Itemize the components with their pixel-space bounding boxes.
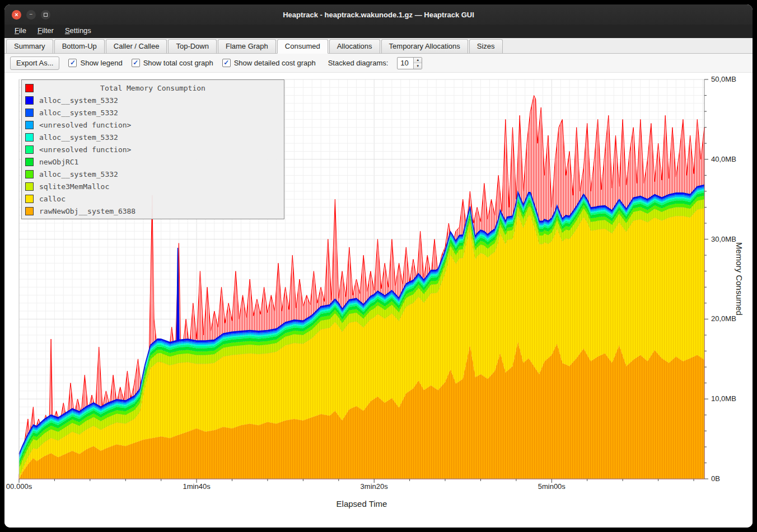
- legend-swatch: [25, 96, 34, 105]
- y-tick-label: 20,0MB: [711, 314, 736, 323]
- x-tick-label: 3min20s: [361, 482, 388, 491]
- y-tick-label: 0B: [711, 474, 720, 483]
- y-tick-label: 40,0MB: [711, 155, 736, 163]
- tab-consumed[interactable]: Consumed: [277, 39, 328, 54]
- legend-swatch: [25, 145, 34, 154]
- menubar: File Filter Settings: [4, 25, 753, 38]
- x-tick-label: 00.000s: [6, 482, 32, 491]
- legend-item: calloc: [24, 192, 282, 205]
- stacked-diagrams-spinbox[interactable]: 10 ▲ ▼: [397, 57, 422, 69]
- legend-swatch: [25, 109, 34, 117]
- legend-item: rawNewObj__system_6388: [24, 205, 282, 217]
- tab-summary[interactable]: Summary: [6, 39, 53, 54]
- menu-settings[interactable]: Settings: [59, 25, 97, 38]
- checkbox-label: Show detailed cost graph: [234, 59, 316, 67]
- legend-swatch: [25, 170, 34, 178]
- legend-label: alloc__system_5332: [39, 109, 118, 117]
- checkbox-label: Show legend: [80, 59, 122, 67]
- x-tick-label: 1min40s: [183, 482, 211, 491]
- tab-flame-graph[interactable]: Flame Graph: [218, 39, 276, 54]
- checkbox-show-total-cost-graph[interactable]: ✓ Show total cost graph: [132, 59, 213, 67]
- heaptrack-window: × − Heaptrack - heaptrack.wakunode.1.gz …: [4, 4, 753, 528]
- tab-sizes[interactable]: Sizes: [469, 39, 503, 54]
- tab-caller-callee[interactable]: Caller / Callee: [106, 39, 167, 54]
- maximize-button[interactable]: [41, 10, 50, 20]
- tab-top-down[interactable]: Top-Down: [168, 39, 217, 54]
- legend-item: newObjRC1: [24, 156, 282, 168]
- checkbox-show-legend[interactable]: ✓ Show legend: [68, 59, 122, 67]
- tab-temporary-allocations[interactable]: Temporary Allocations: [381, 39, 468, 54]
- checkbox-box[interactable]: ✓: [68, 59, 77, 67]
- window-controls: × −: [12, 4, 50, 25]
- minimize-button[interactable]: −: [26, 10, 36, 20]
- window-title: Heaptrack - heaptrack.wakunode.1.gz — He…: [283, 11, 474, 19]
- legend-label: <unresolved function>: [39, 145, 131, 154]
- legend-label: sqlite3MemMalloc: [39, 182, 109, 191]
- desktop-frame: × − Heaptrack - heaptrack.wakunode.1.gz …: [0, 0, 757, 532]
- menu-filter[interactable]: Filter: [32, 25, 59, 38]
- legend-label: calloc: [39, 195, 66, 203]
- legend-label: rawNewObj__system_6388: [39, 207, 135, 215]
- legend-swatch: [25, 121, 34, 129]
- legend-title: Total Memory Consumption: [24, 84, 282, 92]
- tabbar: Summary Bottom-Up Caller / Callee Top-Do…: [4, 38, 753, 54]
- legend-item: <unresolved function>: [24, 143, 282, 156]
- tab-allocations[interactable]: Allocations: [329, 39, 380, 54]
- legend-label: alloc__system_5332: [39, 133, 118, 142]
- legend-swatch: [25, 158, 34, 166]
- titlebar[interactable]: × − Heaptrack - heaptrack.wakunode.1.gz …: [4, 4, 753, 25]
- legend-swatch: [25, 195, 34, 203]
- checkbox-show-detailed-cost-graph[interactable]: ✓ Show detailed cost graph: [222, 59, 316, 67]
- x-axis-title: Elapsed Time: [19, 499, 704, 509]
- legend-item: <unresolved function>: [24, 119, 282, 131]
- legend-label: <unresolved function>: [39, 121, 131, 129]
- tab-bottom-up[interactable]: Bottom-Up: [54, 39, 105, 54]
- y-axis-title: Memory Consumed: [735, 240, 744, 318]
- y-tick-label: 30,0MB: [711, 235, 736, 243]
- spinner-down-icon[interactable]: ▼: [414, 63, 422, 69]
- stacked-diagrams-label: Stacked diagrams:: [328, 59, 389, 67]
- legend-item: alloc__system_5332: [24, 131, 282, 143]
- close-button[interactable]: ×: [12, 10, 21, 20]
- y-tick-label: 10,0MB: [711, 394, 736, 403]
- legend-swatch: [25, 207, 34, 215]
- y-tick-label: 50,0MB: [711, 75, 736, 83]
- legend-item: alloc__system_5332: [24, 106, 282, 119]
- export-as-button[interactable]: Export As...: [10, 57, 59, 70]
- spinner-up-icon[interactable]: ▲: [414, 58, 422, 64]
- checkbox-box[interactable]: ✓: [222, 59, 231, 67]
- legend-label: alloc__system_5332: [39, 170, 118, 178]
- legend-item: sqlite3MemMalloc: [24, 180, 282, 192]
- checkbox-label: Show total cost graph: [143, 59, 213, 67]
- legend-title-row: Total Memory Consumption: [24, 82, 282, 94]
- legend-label: newObjRC1: [39, 158, 78, 166]
- x-tick-label: 5min00s: [538, 482, 566, 491]
- chart-legend: Total Memory Consumption alloc__system_5…: [21, 79, 284, 219]
- legend-label: alloc__system_5332: [39, 96, 118, 105]
- stacked-diagrams-value[interactable]: 10: [398, 58, 413, 69]
- chart-area: Total Memory Consumption alloc__system_5…: [4, 73, 753, 528]
- checkbox-box[interactable]: ✓: [132, 59, 140, 67]
- spinner-buttons: ▲ ▼: [413, 58, 422, 69]
- legend-swatch: [25, 133, 34, 142]
- legend-item: alloc__system_5332: [24, 94, 282, 106]
- legend-swatch: [25, 182, 34, 191]
- legend-item: alloc__system_5332: [24, 168, 282, 180]
- menu-file[interactable]: File: [9, 25, 32, 38]
- toolbar: Export As... ✓ Show legend ✓ Show total …: [4, 54, 753, 73]
